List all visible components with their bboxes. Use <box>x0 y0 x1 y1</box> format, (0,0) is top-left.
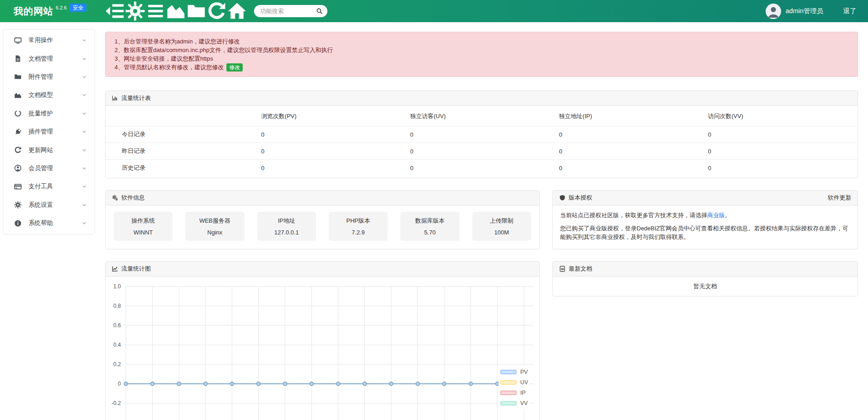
svg-text:0.2: 0.2 <box>113 361 121 368</box>
sidebar-item-label: 常用操作 <box>29 36 82 44</box>
column-header: 独立地址(IP) <box>559 106 708 126</box>
area-chart-icon[interactable] <box>166 0 186 22</box>
sidebar-item-label: 会员管理 <box>29 164 82 172</box>
info-card: IP地址127.0.0.1 <box>257 212 316 241</box>
sidebar-item-member-manage[interactable]: 会员管理 <box>3 159 95 177</box>
folder-icon[interactable] <box>186 0 206 22</box>
sidebar-item-system-help[interactable]: 系统帮助 <box>3 214 95 232</box>
alert-line: 3、网址非安全链接，建议您配置https <box>115 54 849 63</box>
chevron-down-icon <box>82 166 87 171</box>
chevron-down-icon <box>82 148 87 153</box>
stat-value: 0 <box>559 143 708 160</box>
user-icon <box>14 164 22 172</box>
chevron-down-icon <box>82 202 87 208</box>
commercial-version-link[interactable]: 商业版 <box>707 212 725 219</box>
svg-text:0.4: 0.4 <box>113 342 121 348</box>
circle-notch-icon <box>14 110 22 117</box>
gears-icon <box>112 195 118 201</box>
sidebar-item-plugin-manage[interactable]: 插件管理 <box>3 123 95 141</box>
row-label: 今日记录 <box>106 126 261 143</box>
brand[interactable]: 我的网站 6.2.6 安全 <box>14 5 86 18</box>
search-icon[interactable] <box>316 8 323 14</box>
line-chart-icon <box>112 266 118 272</box>
site-logo[interactable]: 我的网站 <box>14 5 53 18</box>
home-icon[interactable] <box>227 0 247 22</box>
navbar-user-area: admin管理员 退了 <box>766 4 856 19</box>
shield-icon <box>559 195 566 201</box>
sidebar: 常用操作文档管理附件管理文档模型批量维护插件管理更新网站会员管理支付工具系统设置… <box>3 29 95 234</box>
column-header: 浏览次数(PV) <box>261 106 410 126</box>
traffic-chart-svg: 1.00.80.60.40.20-0.2-0.4 <box>106 277 539 420</box>
stat-value: 0 <box>261 143 410 160</box>
license-paragraph: 您已购买了商业版授权，登录DedeBIZ官网会员中心可查看相关授权信息。若授权结… <box>560 224 850 242</box>
column-header: 独立访客(UV) <box>410 106 559 126</box>
traffic-stats-header: 流量统计表 <box>106 91 858 106</box>
username[interactable]: admin管理员 <box>786 7 823 15</box>
card-value: 100M <box>472 229 531 236</box>
plug-icon <box>14 128 22 136</box>
column-header: 访问次数(VV) <box>708 106 858 126</box>
avatar[interactable] <box>766 4 781 19</box>
sidebar-item-label: 系统设置 <box>29 201 82 209</box>
row-label: 历史记录 <box>106 160 261 178</box>
legend-label: PV <box>520 369 528 375</box>
svg-text:0.8: 0.8 <box>113 303 121 309</box>
area-chart-icon <box>14 91 22 99</box>
card-label: WEB服务器 <box>185 217 244 225</box>
legend-label: IP <box>520 390 526 396</box>
desktop-icon <box>14 37 22 44</box>
legend-label: UV <box>520 379 528 386</box>
chevron-down-icon <box>82 184 87 189</box>
search-box[interactable] <box>254 5 327 17</box>
bar-chart-icon <box>112 95 118 101</box>
sidebar-item-batch-maintain[interactable]: 批量维护 <box>3 105 95 123</box>
panel-title: 版本授权 <box>569 194 592 202</box>
sidebar-item-update-site[interactable]: 更新网站 <box>3 141 95 159</box>
credit-card-icon <box>14 183 22 191</box>
sidebar-item-common-ops[interactable]: 常用操作 <box>3 31 95 49</box>
card-label: 上传限制 <box>472 217 531 225</box>
docs-empty-text: 暂无文档 <box>553 277 858 296</box>
refresh-icon[interactable] <box>206 0 227 22</box>
card-value: 5.70 <box>400 229 459 236</box>
sidebar-item-doc-model[interactable]: 文档模型 <box>3 86 95 104</box>
main-content: 1、后台管理登录名称为admin，建议您进行修改2、数据库配置data/comm… <box>105 22 858 420</box>
software-update-link[interactable]: 软件更新 <box>828 194 851 202</box>
sidebar-item-system-settings[interactable]: 系统设置 <box>3 196 95 214</box>
license-body: 当前站点已授权社区版，获取更多官方技术支持，请选择商业版。 您已购买了商业版授权… <box>553 205 858 247</box>
menu-icon[interactable] <box>145 0 166 22</box>
info-icon <box>14 220 22 227</box>
svg-text:0: 0 <box>118 381 121 387</box>
sidebar-item-payment-tools[interactable]: 支付工具 <box>3 177 95 196</box>
sidebar-item-attachment[interactable]: 附件管理 <box>3 68 95 86</box>
license-paragraph: 当前站点已授权社区版，获取更多官方技术支持，请选择商业版。 <box>560 211 850 220</box>
outdent-icon[interactable] <box>105 0 125 22</box>
card-label: 操作系统 <box>114 217 173 225</box>
sidebar-item-doc-manage[interactable]: 文档管理 <box>3 49 95 67</box>
svg-text:W: W <box>561 267 564 271</box>
info-card: 上传限制100M <box>472 212 531 241</box>
card-value: Nginx <box>185 229 244 236</box>
gear-icon[interactable] <box>125 0 145 22</box>
fix-button[interactable]: 修改 <box>226 63 243 72</box>
legend-swatch <box>500 401 517 406</box>
stat-value: 0 <box>410 160 559 178</box>
stat-value: 0 <box>708 126 858 143</box>
search-input[interactable] <box>260 8 316 14</box>
sidebar-item-label: 系统帮助 <box>29 219 82 227</box>
logout-link[interactable]: 退了 <box>843 7 856 15</box>
word-doc-icon: W <box>559 266 566 272</box>
stat-value: 0 <box>410 126 559 143</box>
table-row: 今日记录0000 <box>106 126 858 143</box>
chevron-down-icon <box>82 56 87 62</box>
software-info-header: 软件信息 <box>106 191 539 205</box>
alert-text: 1、后台管理登录名称为admin，建议您进行修改 <box>115 38 240 45</box>
row-label: 昨日记录 <box>106 143 261 160</box>
top-navbar: 我的网站 6.2.6 安全 admin管理员 退了 <box>0 0 868 22</box>
security-badge[interactable]: 安全 <box>69 4 86 12</box>
card-value: WINNT <box>114 229 173 236</box>
refresh-icon <box>14 146 22 154</box>
security-alert: 1、后台管理登录名称为admin，建议您进行修改2、数据库配置data/comm… <box>105 32 858 77</box>
svg-text:-0.2: -0.2 <box>111 400 121 406</box>
legend-swatch <box>500 380 517 385</box>
